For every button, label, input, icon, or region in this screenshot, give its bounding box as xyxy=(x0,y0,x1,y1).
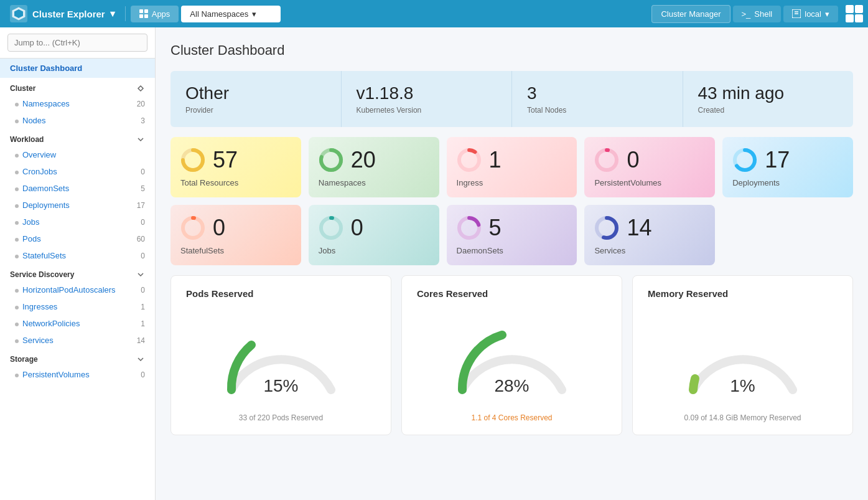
card-total-resources-value: 57 xyxy=(213,147,238,173)
brand-logo[interactable]: Cluster Explorer ▾ xyxy=(5,5,120,22)
hpa-count: 0 xyxy=(141,286,145,295)
card-services[interactable]: 14 Services xyxy=(584,205,715,265)
gauge-cores: Cores Reserved 28% 1.1 of 4 Cores Reserv… xyxy=(401,275,622,435)
networkpolicies-count: 1 xyxy=(141,319,145,328)
local-cluster-chevron: ▾ xyxy=(825,9,829,19)
dot-networkpolicies xyxy=(15,323,19,326)
pv-count: 0 xyxy=(141,370,145,379)
info-created-value: 43 min ago xyxy=(698,83,839,103)
gauge-row: Pods Reserved 15% 33 of 220 Pods Reserve… xyxy=(170,275,853,435)
apps-label: Apps xyxy=(152,9,170,19)
grid-cell-3 xyxy=(846,14,854,22)
grid-cell-4 xyxy=(855,14,863,22)
sidebar-item-deployments[interactable]: Deployments 17 xyxy=(0,197,155,214)
namespace-chevron: ▾ xyxy=(252,9,256,19)
nav-right: Cluster Manager >_ Shell local ▾ xyxy=(651,5,863,23)
sidebar-item-hpa[interactable]: HorizontalPodAutoscalers 0 xyxy=(0,281,155,298)
dot-nodes xyxy=(15,120,19,123)
gauge-memory: Memory Reserved 1% 0.09 of 14.8 GiB Memo… xyxy=(632,275,853,435)
apps-button[interactable]: Apps xyxy=(131,6,179,22)
page-title: Cluster Dashboard xyxy=(170,42,853,59)
dot-jobs xyxy=(15,221,19,225)
sidebar-item-jobs[interactable]: Jobs 0 xyxy=(0,214,155,230)
sidebar-section-storage-label: Storage xyxy=(10,355,38,364)
card-statefulsets-label: StatefulSets xyxy=(180,246,291,255)
info-k8s-version-value: v1.18.8 xyxy=(357,83,497,103)
sidebar-section-service-discovery[interactable]: Service Discovery xyxy=(0,264,155,281)
sidebar-item-dashboard[interactable]: Cluster Dashboard xyxy=(0,59,155,78)
info-provider-value: Other xyxy=(185,83,326,103)
jobs-count: 0 xyxy=(141,218,145,227)
svg-point-14 xyxy=(597,150,617,170)
sidebar-section-cluster-label: Cluster xyxy=(10,84,35,93)
cronjobs-count: 0 xyxy=(141,167,145,176)
info-k8s-version: v1.18.8 Kubernetes Version xyxy=(342,71,513,127)
svg-rect-4 xyxy=(144,14,148,18)
card-jobs[interactable]: 0 Jobs xyxy=(309,205,439,265)
search-input[interactable] xyxy=(7,34,147,52)
svg-rect-2 xyxy=(144,9,148,13)
dot-namespaces xyxy=(15,103,19,106)
dot-pods xyxy=(15,238,19,242)
shell-icon: >_ xyxy=(742,9,751,19)
card-total-resources[interactable]: 57 Total Resources xyxy=(170,137,301,197)
info-provider-label: Provider xyxy=(185,106,326,115)
card-statefulsets[interactable]: 0 StatefulSets xyxy=(170,205,301,265)
cluster-manager-button[interactable]: Cluster Manager xyxy=(651,5,730,23)
nav-divider xyxy=(125,6,126,21)
local-cluster-button[interactable]: local ▾ xyxy=(783,6,838,22)
namespace-selector[interactable]: All Namespaces ▾ xyxy=(181,6,281,22)
dot-deployments xyxy=(15,204,19,208)
sidebar-item-pods[interactable]: Pods 60 xyxy=(0,230,155,247)
sidebar-item-cronjobs[interactable]: CronJobs 0 xyxy=(0,163,155,180)
card-pv-value: 0 xyxy=(627,147,639,173)
card-deployments[interactable]: 17 Deployments xyxy=(722,137,853,197)
sidebar-search-container xyxy=(0,27,155,59)
sidebar-section-workload[interactable]: Workload xyxy=(0,129,155,146)
sidebar-section-cluster[interactable]: Cluster xyxy=(0,78,155,95)
card-daemonsets[interactable]: 5 DaemonSets xyxy=(447,205,577,265)
gauge-cores-percent: 28% xyxy=(494,376,529,396)
services-count: 14 xyxy=(137,336,145,345)
gauge-pods: Pods Reserved 15% 33 of 220 Pods Reserve… xyxy=(170,275,391,435)
gauge-memory-title: Memory Reserved xyxy=(648,288,838,299)
sidebar-item-services[interactable]: Services 14 xyxy=(0,332,155,349)
gauge-pods-subtitle: 33 of 220 Pods Reserved xyxy=(186,413,376,422)
sidebar-item-nodes[interactable]: Nodes 3 xyxy=(0,112,155,129)
card-ingress[interactable]: 1 Ingress xyxy=(447,137,577,197)
shell-button[interactable]: >_ Shell xyxy=(733,6,782,22)
dot-overview xyxy=(15,154,19,158)
grid-icon[interactable] xyxy=(846,5,863,22)
svg-rect-1 xyxy=(139,9,143,13)
local-cluster-label: local xyxy=(805,9,821,19)
sidebar-item-persistentvolumes[interactable]: PersistentVolumes 0 xyxy=(0,366,155,383)
sidebar-item-networkpolicies[interactable]: NetworkPolicies 1 xyxy=(0,315,155,332)
ingresses-count: 1 xyxy=(141,303,145,311)
info-k8s-version-label: Kubernetes Version xyxy=(357,106,497,115)
sidebar-item-namespaces[interactable]: Namespaces 20 xyxy=(0,95,155,112)
sidebar-item-ingresses[interactable]: Ingresses 1 xyxy=(0,298,155,315)
svg-rect-3 xyxy=(139,14,143,18)
card-namespaces[interactable]: 20 Namespaces xyxy=(309,137,439,197)
pods-count: 60 xyxy=(137,235,145,243)
svg-point-18 xyxy=(183,218,203,238)
dot-daemonsets xyxy=(15,187,19,191)
brand-label: Cluster Explorer xyxy=(32,9,105,19)
card-pv[interactable]: 0 PersistentVolumes xyxy=(584,137,715,197)
info-total-nodes: 3 Total Nodes xyxy=(512,71,683,127)
gauge-pods-percent: 15% xyxy=(263,376,298,396)
sidebar-item-overview[interactable]: Overview xyxy=(0,146,155,163)
sidebar-item-daemonsets[interactable]: DaemonSets 5 xyxy=(0,180,155,197)
card-statefulsets-value: 0 xyxy=(213,215,225,241)
card-services-label: Services xyxy=(594,246,705,255)
card-deployments-label: Deployments xyxy=(732,178,843,187)
info-created-label: Created xyxy=(698,106,839,115)
info-created: 43 min ago Created xyxy=(683,71,854,127)
info-bar: Other Provider v1.18.8 Kubernetes Versio… xyxy=(170,71,853,127)
gauge-cores-title: Cores Reserved xyxy=(417,288,607,299)
sidebar-item-statefulsets[interactable]: StatefulSets 0 xyxy=(0,247,155,264)
sidebar-section-storage[interactable]: Storage xyxy=(0,349,155,366)
namespaces-count: 20 xyxy=(137,100,145,108)
gauge-memory-subtitle: 0.09 of 14.8 GiB Memory Reserved xyxy=(648,413,838,422)
shell-label: Shell xyxy=(754,9,772,19)
